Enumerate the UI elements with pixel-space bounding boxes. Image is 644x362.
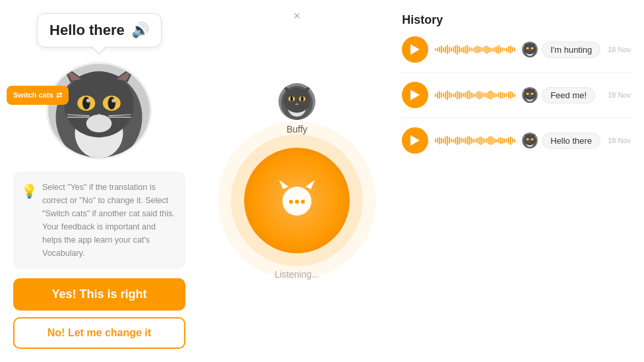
history-item: Feed me!18 Nov <box>402 82 631 108</box>
right-panel: History I'm hunting18 NovFeed me!18 NovH… <box>395 0 644 362</box>
history-avatar <box>522 133 538 148</box>
history-cat-row: Hello there <box>522 133 600 149</box>
svg-point-35 <box>301 200 305 204</box>
history-list: I'm hunting18 NovFeed me!18 NovHello the… <box>402 36 631 154</box>
svg-point-18 <box>86 115 112 133</box>
history-title: History <box>402 13 631 27</box>
svg-point-34 <box>295 200 299 204</box>
middle-panel: × Buffy <box>199 0 395 362</box>
yes-button[interactable]: Yes! This is right <box>13 278 185 311</box>
svg-marker-55 <box>410 135 420 146</box>
play-button[interactable] <box>402 127 428 154</box>
play-button[interactable] <box>402 82 428 108</box>
svg-point-33 <box>289 200 293 204</box>
waveform <box>435 130 515 151</box>
history-cat-row: I'm hunting <box>522 42 600 58</box>
speaker-icon[interactable]: 🔊 <box>131 22 149 39</box>
buffy-avatar-image <box>278 83 315 120</box>
history-date: 18 Nov <box>608 136 631 144</box>
switch-icon: ⇄ <box>56 91 62 100</box>
listening-status: Listening... <box>274 269 319 280</box>
history-label-area: Hello there <box>522 133 601 149</box>
speech-bubble: Hello there 🔊 <box>37 13 162 47</box>
svg-point-43 <box>527 47 529 49</box>
history-item: I'm hunting18 Nov <box>402 36 631 63</box>
history-date: 18 Nov <box>608 45 631 53</box>
svg-point-10 <box>108 97 116 109</box>
buffy-avatar <box>278 83 315 120</box>
cat-mic-icon <box>274 177 320 224</box>
info-box: 💡 Select "Yes" if the translation is cor… <box>13 171 185 269</box>
history-date: 18 Nov <box>608 91 631 99</box>
cat-image <box>48 62 150 160</box>
svg-marker-31 <box>306 180 315 189</box>
mic-listen-button[interactable] <box>244 148 350 253</box>
svg-point-9 <box>82 97 90 109</box>
no-button[interactable]: No! Let me change it <box>13 317 185 349</box>
svg-marker-37 <box>410 44 420 55</box>
play-button[interactable] <box>402 36 428 63</box>
history-translation-tag: Hello there <box>542 133 600 149</box>
history-label-area: I'm hunting <box>522 42 601 58</box>
history-translation-tag: I'm hunting <box>542 42 600 58</box>
waveform <box>435 39 515 60</box>
history-item: Hello there18 Nov <box>402 127 631 154</box>
svg-point-11 <box>86 99 90 103</box>
info-text: Select "Yes" if the translation is corre… <box>42 183 175 258</box>
svg-marker-30 <box>279 180 288 189</box>
svg-point-52 <box>527 93 529 95</box>
cat-avatar <box>46 62 152 160</box>
bulb-icon: 💡 <box>21 181 38 202</box>
switch-cats-label: Switch cats <box>13 91 53 100</box>
translation-text: Hello there <box>49 22 125 39</box>
svg-point-44 <box>531 47 533 49</box>
svg-marker-46 <box>410 90 420 100</box>
svg-point-53 <box>531 93 533 95</box>
svg-point-26 <box>290 96 293 102</box>
cat-name-label: Buffy <box>286 124 307 135</box>
svg-point-62 <box>531 138 533 140</box>
svg-point-12 <box>112 99 116 103</box>
waveform <box>435 84 515 106</box>
svg-point-27 <box>301 96 304 102</box>
left-panel: Hello there 🔊 Switch cats ⇄ <box>0 0 199 362</box>
history-label-area: Feed me! <box>522 87 601 104</box>
history-avatar <box>522 87 538 103</box>
history-avatar <box>522 42 538 57</box>
switch-cats-button[interactable]: Switch cats ⇄ <box>7 86 69 105</box>
svg-point-61 <box>527 138 529 140</box>
history-translation-tag: Feed me! <box>542 87 595 104</box>
history-cat-row: Feed me! <box>522 87 595 104</box>
close-button[interactable]: × <box>294 9 301 23</box>
